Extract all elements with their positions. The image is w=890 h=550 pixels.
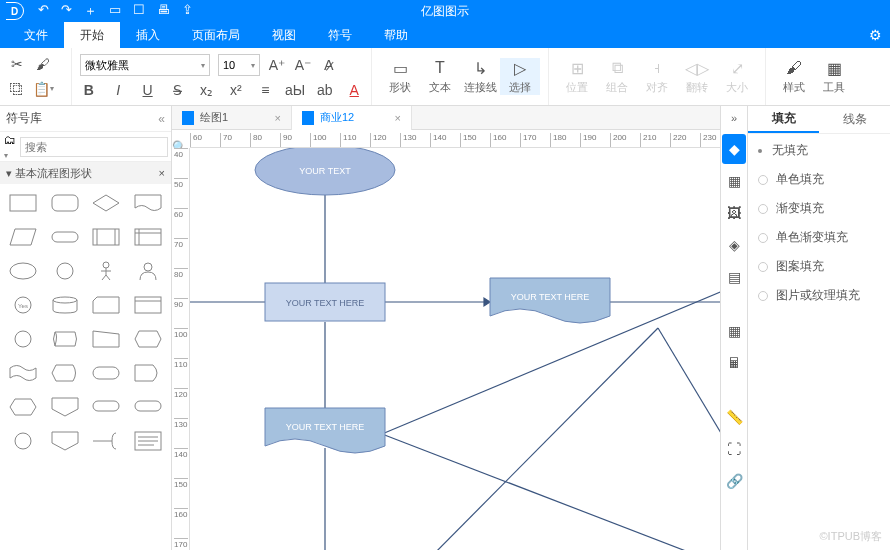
shape-stored[interactable] [131,292,165,318]
shape-user[interactable] [131,258,165,284]
shape-manual[interactable] [89,326,123,352]
shape-ellipse[interactable] [6,258,40,284]
shape-terminator3[interactable] [89,360,123,386]
tab-business12[interactable]: 商业12 × [292,106,412,130]
rail-page-icon[interactable]: ▤ [722,262,746,292]
close-category-icon[interactable]: × [159,167,165,179]
bold-icon[interactable]: B [80,81,97,99]
shape-pill[interactable] [89,394,123,420]
prop-tab-line[interactable]: 线条 [819,106,890,133]
print-icon[interactable]: 🖶 [157,2,170,20]
paste-icon[interactable]: 📋▾ [34,80,52,98]
shapes-category[interactable]: ▾ 基本流程图形状 × [0,162,171,184]
highlight-icon[interactable]: ab [316,81,333,99]
shape-display[interactable] [48,360,82,386]
menu-view[interactable]: 视图 [256,22,312,48]
fill-gradient[interactable]: 渐变填充 [758,200,880,217]
rail-calc-icon[interactable]: 🖩 [722,348,746,378]
rail-grid-icon[interactable]: ▦ [722,166,746,196]
new-icon[interactable]: ＋ [84,2,97,20]
strike-icon[interactable]: S̶ [168,81,185,99]
clear-format-icon[interactable]: A̷ [320,56,338,74]
rail-fill-icon[interactable]: ◆ [722,134,746,164]
rail-ruler-icon[interactable]: 📏 [722,402,746,432]
shape-yes[interactable]: Yes [6,292,40,318]
shape-rect[interactable] [6,190,40,216]
close-tab-icon[interactable]: × [395,112,401,124]
tools-button[interactable]: ▦工具 [814,58,854,95]
decrease-font-icon[interactable]: A⁻ [294,56,312,74]
shape-terminator2[interactable] [48,224,82,250]
cut-icon[interactable]: ✂ [8,55,26,73]
library-icon[interactable]: 🗂▾ [4,133,16,161]
shape-decision[interactable] [89,190,123,216]
rail-layers-icon[interactable]: ◈ [722,230,746,260]
shape-parallelogram[interactable] [6,224,40,250]
shape-bracket[interactable] [89,428,123,454]
menu-pagelayout[interactable]: 页面布局 [176,22,256,48]
shape-pill2[interactable] [131,394,165,420]
copy-icon[interactable]: ⿻ [8,80,26,98]
collapse-icon[interactable]: « [158,112,165,126]
shape-circle[interactable] [48,258,82,284]
font-select[interactable]: 微软雅黑▾ [80,54,210,76]
open-icon[interactable]: ▭ [109,2,121,20]
connector-button[interactable]: ↳连接线 [460,58,500,95]
superscript-icon[interactable]: x² [227,81,244,99]
font-color-icon[interactable]: A [346,81,363,99]
search-input[interactable] [20,137,168,157]
undo-icon[interactable]: ↶ [38,2,49,20]
shape-circle2[interactable] [6,428,40,454]
shape-internal[interactable] [131,224,165,250]
shape-rounded[interactable] [48,190,82,216]
shape-button[interactable]: ▭形状 [380,58,420,95]
shape-document[interactable] [131,190,165,216]
expand-icon[interactable]: » [731,112,737,124]
style-button[interactable]: 🖌样式 [774,58,814,95]
prop-tab-fill[interactable]: 填充 [748,106,819,133]
shape-predefined[interactable] [89,224,123,250]
shape-loop[interactable] [131,326,165,352]
rail-expand-icon[interactable]: ⛶ [722,434,746,464]
export-icon[interactable]: ⇪ [182,2,193,20]
select-button[interactable]: ▷选择 [500,58,540,95]
shape-database[interactable] [48,292,82,318]
fill-none[interactable]: 无填充 [758,142,880,159]
shape-card[interactable] [89,292,123,318]
text-case-icon[interactable]: aЫ [286,81,304,99]
settings-icon[interactable]: ⚙ [869,27,882,43]
menu-symbol[interactable]: 符号 [312,22,368,48]
tab-drawing1[interactable]: 绘图1 × [172,106,292,130]
bullet-icon[interactable]: ≡ [257,81,274,99]
fill-solid[interactable]: 单色填充 [758,171,880,188]
increase-font-icon[interactable]: A⁺ [268,56,286,74]
shape-offpage[interactable] [48,394,82,420]
shape-note[interactable] [131,428,165,454]
menu-help[interactable]: 帮助 [368,22,424,48]
save-icon[interactable]: ☐ [133,2,145,20]
rail-image-icon[interactable]: 🖼 [722,198,746,228]
font-size-select[interactable]: 10▾ [218,54,260,76]
shape-actor[interactable] [89,258,123,284]
rail-link-icon[interactable]: 🔗 [722,466,746,496]
redo-icon[interactable]: ↷ [61,2,72,20]
rail-table-icon[interactable]: ▦ [722,316,746,346]
shape-connector[interactable] [6,326,40,352]
underline-icon[interactable]: U [139,81,156,99]
menu-insert[interactable]: 插入 [120,22,176,48]
menu-start[interactable]: 开始 [64,22,120,48]
shape-delay[interactable] [131,360,165,386]
italic-icon[interactable]: I [109,81,126,99]
shape-tape[interactable] [6,360,40,386]
shape-cylinder[interactable] [48,326,82,352]
shape-hexagon[interactable] [6,394,40,420]
text-button[interactable]: T文本 [420,58,460,95]
menu-file[interactable]: 文件 [8,22,64,48]
fill-picture[interactable]: 图片或纹理填充 [758,287,880,304]
format-painter-icon[interactable]: 🖌 [34,55,52,73]
shape-pentagon[interactable] [48,428,82,454]
canvas[interactable]: YOUR TEXT YOUR TEXT HERE YOUR TEXT HERE … [190,148,720,550]
subscript-icon[interactable]: x₂ [198,81,215,99]
fill-pattern[interactable]: 图案填充 [758,258,880,275]
fill-mono-gradient[interactable]: 单色渐变填充 [758,229,880,246]
